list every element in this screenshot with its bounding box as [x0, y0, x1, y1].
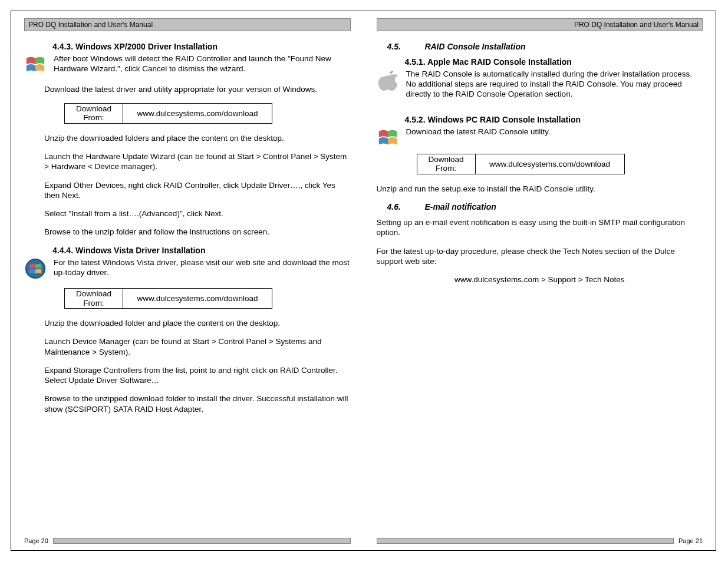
p-451-1: The RAID Console is automatically instal…	[406, 69, 703, 100]
heading-444: 4.4.4. Windows Vista Driver Installation	[24, 246, 351, 256]
windows-vista-icon	[24, 257, 48, 282]
p-444-4: Expand Storage Controllers from the list…	[24, 365, 351, 386]
p-443-6: Select "Install from a list….(Advanced)"…	[24, 209, 351, 219]
dl-url: www.dulcesystems.com/download	[123, 289, 272, 309]
header-left: PRO DQ Installation and User's Manual	[24, 18, 351, 31]
p-443-3: Unzip the downloaded folders and place t…	[24, 133, 351, 143]
p-46-1: Setting up an e-mail event notification …	[377, 217, 703, 238]
dl-url: www.dulcesystems.com/download	[123, 103, 272, 123]
page-left: PRO DQ Installation and User's Manual 4.…	[11, 11, 364, 550]
heading-45-num: 4.5.	[387, 42, 423, 52]
p-452-2: Unzip and run the setup.exe to install t…	[377, 184, 703, 194]
p-452-1: Download the latest RAID Console utility…	[406, 127, 703, 137]
page-right: PRO DQ Installation and User's Manual 4.…	[364, 11, 716, 550]
content-right: 4.5. RAID Console Installation 4.5.1. Ap…	[377, 42, 703, 293]
row-451: The RAID Console is automatically instal…	[377, 69, 703, 108]
heading-443: 4.4.3. Windows XP/2000 Driver Installati…	[24, 42, 351, 52]
download-table-443: Download From: www.dulcesystems.com/down…	[64, 103, 272, 124]
dl-url: www.dulcesystems.com/download	[475, 154, 624, 174]
p-443-1: After boot Windows will detect the RAID …	[54, 54, 351, 74]
footer-bar-left	[53, 538, 351, 544]
content-left: 4.4.3. Windows XP/2000 Driver Installati…	[24, 42, 351, 422]
dl-label: Download From:	[65, 103, 123, 123]
heading-45: 4.5. RAID Console Installation	[377, 42, 703, 52]
p-444-3: Launch Device Manager (can be found at S…	[24, 336, 351, 357]
heading-451: 4.5.1. Apple Mac RAID Console Installati…	[377, 57, 703, 68]
download-table-452: Download From: www.dulcesystems.com/down…	[417, 154, 625, 174]
heading-45-title: RAID Console Installation	[424, 42, 525, 51]
p-444-2: Unzip the downloaded folder and place th…	[24, 318, 351, 328]
page-number-left: Page 20	[24, 537, 48, 544]
p-443-2: Download the latest driver and utility a…	[24, 84, 351, 94]
apple-icon	[377, 69, 400, 94]
dl-label: Download From:	[65, 289, 123, 309]
heading-46-title: E-mail notification	[424, 202, 496, 211]
footer-bar-right	[377, 538, 674, 544]
windows-xp-icon	[24, 54, 48, 78]
p-443-7: Browse to the unzip folder and follow th…	[24, 227, 351, 237]
p-444-5: Browse to the unzipped download folder t…	[24, 394, 351, 414]
footer-left: Page 20	[24, 537, 351, 544]
page-spread: PRO DQ Installation and User's Manual 4.…	[11, 11, 716, 551]
p-443-5: Expand Other Devices, right click RAID C…	[24, 180, 351, 201]
windows-xp-icon	[377, 127, 400, 151]
dl-label: Download From:	[417, 154, 475, 174]
heading-46-num: 4.6.	[387, 202, 423, 213]
p-46-3: www.dulcesystems.com > Support > Tech No…	[377, 275, 703, 285]
row-444-intro: For the latest Windows Vista driver, ple…	[24, 257, 351, 286]
page-number-right: Page 21	[678, 537, 703, 544]
header-right: PRO DQ Installation and User's Manual	[377, 18, 703, 31]
download-table-444: Download From: www.dulcesystems.com/down…	[64, 288, 272, 309]
p-46-2: For the latest up-to-day procedure, plea…	[377, 246, 703, 267]
p-444-1: For the latest Windows Vista driver, ple…	[54, 257, 351, 278]
heading-46: 4.6. E-mail notification	[377, 202, 703, 213]
footer-right: Page 21	[377, 537, 703, 544]
heading-452: 4.5.2. Windows PC RAID Console Installat…	[377, 115, 703, 125]
row-452: Download the latest RAID Console utility…	[377, 127, 703, 151]
row-443-intro: After boot Windows will detect the RAID …	[24, 54, 351, 82]
p-443-4: Launch the Hardware Update Wizard (can b…	[24, 151, 351, 172]
